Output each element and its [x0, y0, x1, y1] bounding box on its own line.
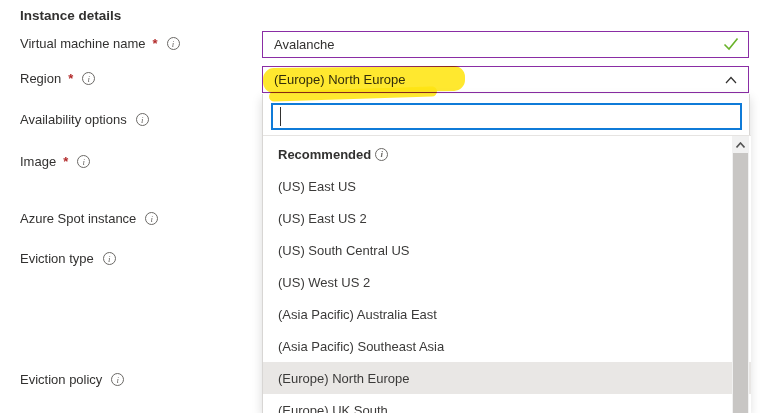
region-option[interactable]: (US) West US 2	[263, 266, 751, 298]
region-label-text: Region	[20, 71, 61, 86]
info-icon[interactable]: i	[103, 252, 116, 265]
info-icon[interactable]: i	[375, 148, 388, 161]
region-option-list: Recommended i (US) East US (US) East US …	[263, 135, 751, 413]
eviction-type-label-text: Eviction type	[20, 251, 94, 266]
eviction-type-label: Eviction type i	[20, 251, 116, 266]
chevron-up-icon[interactable]	[725, 76, 737, 84]
region-option[interactable]: (Europe) UK South	[263, 394, 751, 413]
eviction-policy-label-text: Eviction policy	[20, 372, 102, 387]
eviction-policy-label: Eviction policy i	[20, 372, 124, 387]
required-marker: *	[68, 71, 73, 86]
availability-options-label: Availability options i	[20, 112, 149, 127]
region-search-input[interactable]	[271, 103, 742, 130]
required-marker: *	[63, 154, 68, 169]
scroll-up-icon	[736, 142, 745, 148]
vm-name-input[interactable]	[262, 31, 749, 58]
info-icon[interactable]: i	[136, 113, 149, 126]
region-option[interactable]: (US) East US 2	[263, 202, 751, 234]
scroll-up-button[interactable]	[732, 136, 749, 153]
azure-spot-label: Azure Spot instance i	[20, 211, 158, 226]
info-icon[interactable]: i	[77, 155, 90, 168]
region-option-selected[interactable]: (Europe) North Europe	[263, 362, 751, 394]
valid-check-icon	[723, 37, 739, 51]
vm-name-label-text: Virtual machine name	[20, 36, 146, 51]
region-option[interactable]: (US) South Central US	[263, 234, 751, 266]
info-icon[interactable]: i	[145, 212, 158, 225]
section-title: Instance details	[20, 8, 121, 23]
text-caret	[280, 107, 281, 126]
region-label: Region* i	[20, 71, 95, 86]
region-combobox-value: (Europe) North Europe	[274, 72, 406, 87]
scrollbar[interactable]	[732, 136, 749, 413]
info-icon[interactable]: i	[111, 373, 124, 386]
availability-label-text: Availability options	[20, 112, 127, 127]
azure-spot-label-text: Azure Spot instance	[20, 211, 136, 226]
image-label: Image* i	[20, 154, 90, 169]
info-icon[interactable]: i	[167, 37, 180, 50]
required-marker: *	[153, 36, 158, 51]
region-dropdown-flyout: Recommended i (US) East US (US) East US …	[262, 94, 750, 413]
region-combobox[interactable]: (Europe) North Europe	[262, 66, 749, 93]
region-option[interactable]: (US) East US	[263, 170, 751, 202]
option-group-header: Recommended i	[263, 138, 751, 170]
instance-details-form: Instance details Virtual machine name* i…	[0, 0, 769, 413]
option-group-header-text: Recommended	[278, 147, 371, 162]
image-label-text: Image	[20, 154, 56, 169]
vm-name-label: Virtual machine name* i	[20, 36, 180, 51]
info-icon[interactable]: i	[82, 72, 95, 85]
region-option[interactable]: (Asia Pacific) Southeast Asia	[263, 330, 751, 362]
region-option[interactable]: (Asia Pacific) Australia East	[263, 298, 751, 330]
scrollbar-thumb[interactable]	[733, 153, 748, 413]
